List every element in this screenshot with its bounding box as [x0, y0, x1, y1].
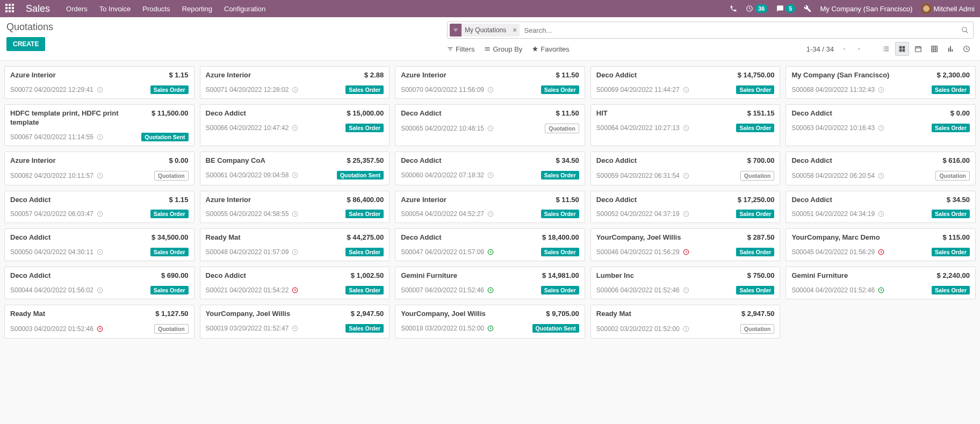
activity-clock-icon[interactable]	[291, 124, 299, 132]
kanban-card[interactable]: YourCompany, Joel Willis$ 287.50S00046 0…	[590, 228, 781, 261]
search-bar[interactable]: My Quotations ×	[447, 21, 974, 39]
kanban-card[interactable]: BE Company CoA$ 25,357.50S00061 04/20/20…	[200, 152, 390, 185]
activity-clock-icon[interactable]	[487, 125, 494, 132]
activity-clock-icon[interactable]	[96, 172, 104, 179]
menu-reporting[interactable]: Reporting	[182, 5, 212, 13]
activity-clock-icon[interactable]	[682, 325, 690, 333]
kanban-card[interactable]: Gemini Furniture$ 14,981.00S00007 04/20/…	[395, 267, 585, 299]
view-graph-icon[interactable]	[943, 42, 957, 56]
pager-prev[interactable]	[839, 44, 849, 54]
view-activity-icon[interactable]	[960, 42, 974, 56]
kanban-card[interactable]: Deco Addict$ 1.15S00057 04/20/2022 06:03…	[4, 191, 194, 224]
activity-clock-icon[interactable]	[877, 210, 885, 218]
kanban-card[interactable]: Deco Addict$ 616.00S00058 04/20/2022 06:…	[786, 152, 976, 185]
activity-clock-icon[interactable]	[682, 86, 690, 94]
kanban-card[interactable]: Deco Addict$ 690.00S00044 04/20/2022 01:…	[4, 267, 194, 299]
activity-clock-icon[interactable]	[291, 248, 299, 256]
kanban-card[interactable]: Deco Addict$ 34,500.00S00050 04/20/2022 …	[4, 228, 194, 261]
favorites-button[interactable]: Favorites	[532, 45, 569, 53]
activity-clock-icon[interactable]	[487, 86, 494, 94]
activity-clock-icon[interactable]	[96, 210, 104, 218]
kanban-card[interactable]: YourCompany, Joel Willis$ 2,947.50S00019…	[200, 305, 390, 339]
kanban-card[interactable]: Deco Addict$ 15,000.00S00066 04/20/2022 …	[200, 104, 390, 146]
kanban-card[interactable]: Deco Addict$ 700.00S00059 04/20/2022 06:…	[590, 152, 781, 185]
search-input[interactable]	[522, 24, 957, 37]
activity-clock-icon[interactable]	[682, 286, 690, 294]
kanban-card[interactable]: Azure Interior$ 86,400.00S00055 04/20/20…	[200, 191, 390, 224]
kanban-card[interactable]: Azure Interior$ 2.88S00071 04/20/2022 12…	[200, 66, 390, 99]
debug-icon[interactable]	[804, 5, 811, 12]
amount: $ 14,981.00	[542, 271, 579, 279]
pager-next[interactable]	[854, 44, 864, 54]
user-menu[interactable]: Mitchell Admi	[921, 3, 975, 14]
kanban-card[interactable]: Deco Addict$ 1,002.50S00021 04/20/2022 0…	[200, 267, 390, 299]
kanban-card[interactable]: Deco Addict$ 18,400.00S00047 04/20/2022 …	[395, 228, 585, 261]
view-kanban-icon[interactable]	[895, 42, 909, 56]
view-list-icon[interactable]	[879, 42, 893, 56]
kanban-card[interactable]: Azure Interior$ 0.00S00062 04/20/2022 10…	[4, 152, 194, 185]
activity-indicator[interactable]: 36	[746, 4, 768, 13]
kanban-card[interactable]: Ready Mat$ 44,275.00S00048 04/20/2022 01…	[200, 228, 390, 261]
kanban-card[interactable]: YourCompany, Joel Willis$ 9,705.00S00018…	[395, 305, 585, 339]
app-brand[interactable]: Sales	[26, 3, 50, 15]
pager-value[interactable]: 1-34 / 34	[806, 45, 834, 53]
kanban-card[interactable]: Ready Mat$ 1,127.50S00003 04/20/2022 01:…	[4, 305, 194, 339]
activity-clock-icon[interactable]	[291, 171, 299, 179]
activity-clock-icon[interactable]	[877, 248, 885, 256]
kanban-card[interactable]: Deco Addict$ 14,750.00S00069 04/20/2022 …	[590, 66, 781, 99]
view-calendar-icon[interactable]	[911, 42, 925, 56]
activity-clock-icon[interactable]	[877, 172, 885, 179]
breadcrumb: Quotations	[6, 21, 53, 33]
kanban-card[interactable]: Deco Addict$ 11.50S00065 04/20/2022 10:4…	[395, 104, 585, 146]
activity-clock-icon[interactable]	[682, 210, 690, 218]
groupby-button[interactable]: Group By	[484, 45, 522, 53]
activity-clock-icon[interactable]	[487, 248, 494, 256]
activity-clock-icon[interactable]	[487, 286, 494, 294]
activity-clock-icon[interactable]	[291, 86, 299, 94]
view-pivot-icon[interactable]	[927, 42, 941, 56]
activity-clock-icon[interactable]	[877, 86, 885, 94]
kanban-card[interactable]: My Company (San Francisco)$ 2,300.00S000…	[786, 66, 976, 99]
menu-orders[interactable]: Orders	[66, 5, 88, 13]
kanban-card[interactable]: Deco Addict$ 0.00S00063 04/20/2022 10:16…	[786, 104, 976, 146]
kanban-card[interactable]: Gemini Furniture$ 2,240.00S00004 04/20/2…	[786, 267, 976, 299]
menu-products[interactable]: Products	[142, 5, 170, 13]
activity-clock-icon[interactable]	[96, 325, 104, 333]
kanban-card[interactable]: Deco Addict$ 17,250.00S00052 04/20/2022 …	[590, 191, 781, 224]
activity-clock-icon[interactable]	[96, 248, 104, 256]
menu-to-invoice[interactable]: To Invoice	[99, 5, 131, 13]
kanban-card[interactable]: YourCompany, Marc Demo$ 115.00S00045 04/…	[786, 228, 976, 261]
kanban-card[interactable]: Ready Mat$ 2,947.50S00002 03/20/2022 01:…	[590, 305, 781, 339]
activity-clock-icon[interactable]	[96, 86, 104, 94]
apps-icon[interactable]	[5, 4, 15, 13]
phone-icon[interactable]	[730, 5, 737, 12]
search-icon[interactable]	[959, 26, 971, 34]
kanban-card[interactable]: Azure Interior$ 1.15S00072 04/20/2022 12…	[4, 66, 194, 99]
menu-configuration[interactable]: Configuration	[224, 5, 265, 13]
kanban-card[interactable]: Deco Addict$ 34.50S00060 04/20/2022 07:1…	[395, 152, 585, 185]
kanban-card[interactable]: Azure Interior$ 11.50S00054 04/20/2022 0…	[395, 191, 585, 224]
company-switcher[interactable]: My Company (San Francisco)	[820, 5, 912, 13]
kanban-card[interactable]: Deco Addict$ 34.50S00051 04/20/2022 04:3…	[786, 191, 976, 224]
kanban-card[interactable]: Lumber Inc$ 750.00S00006 04/20/2022 01:5…	[590, 267, 781, 299]
activity-clock-icon[interactable]	[682, 248, 690, 256]
activity-clock-icon[interactable]	[877, 286, 885, 294]
activity-clock-icon[interactable]	[487, 325, 494, 332]
facet-remove[interactable]: ×	[509, 26, 520, 34]
activity-clock-icon[interactable]	[96, 286, 104, 294]
create-button[interactable]: CREATE	[6, 37, 45, 51]
activity-clock-icon[interactable]	[487, 171, 494, 179]
kanban-card[interactable]: Azure Interior$ 11.50S00070 04/20/2022 1…	[395, 66, 585, 99]
activity-clock-icon[interactable]	[291, 286, 299, 294]
activity-clock-icon[interactable]	[487, 210, 494, 218]
activity-clock-icon[interactable]	[877, 124, 885, 132]
activity-clock-icon[interactable]	[682, 172, 690, 179]
messages-indicator[interactable]: 5	[776, 4, 795, 13]
activity-clock-icon[interactable]	[682, 124, 690, 132]
filters-button[interactable]: Filters	[447, 45, 474, 53]
kanban-card[interactable]: HDFC template print, HDFC print template…	[4, 104, 194, 146]
activity-clock-icon[interactable]	[291, 325, 299, 332]
activity-clock-icon[interactable]	[291, 210, 299, 218]
activity-clock-icon[interactable]	[96, 133, 104, 141]
kanban-card[interactable]: HIT$ 151.15S00064 04/20/2022 10:27:13Sal…	[590, 104, 781, 146]
